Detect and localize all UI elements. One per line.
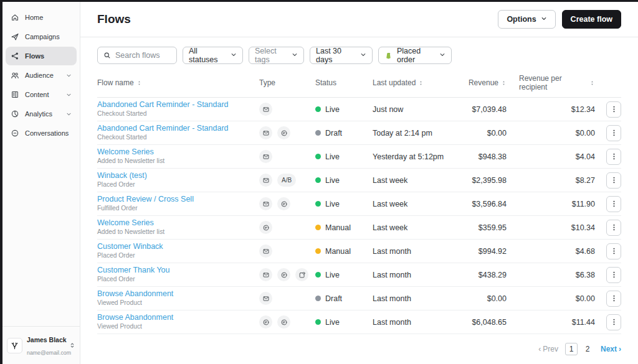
row-actions-button[interactable]: [606, 125, 621, 141]
chevron-right-icon: ›: [619, 345, 621, 353]
row-actions-cell: [595, 243, 621, 259]
last-updated: Last week: [373, 176, 460, 185]
email-icon: [259, 245, 272, 258]
sidebar-item-label: Conversations: [25, 129, 69, 137]
flow-name-link[interactable]: Customer Thank You: [97, 266, 170, 275]
user-email: name@email.com: [27, 350, 71, 356]
shopify-bag-icon: [384, 52, 393, 60]
sidebar-item-audience[interactable]: Audience: [6, 66, 77, 85]
flow-name-link[interactable]: Browse Abandonment: [97, 313, 173, 322]
page-number-1[interactable]: 1: [565, 343, 578, 355]
status-dot: [315, 201, 321, 207]
row-actions-cell: [595, 314, 621, 330]
ab-test-badge: A/B: [277, 174, 296, 187]
column-header-status: Status: [315, 78, 373, 87]
row-actions-button[interactable]: [606, 172, 621, 189]
page-number-2[interactable]: 2: [581, 343, 594, 355]
conversion-metric-dropdown[interactable]: Placed order: [378, 47, 452, 64]
flow-name-link[interactable]: Abandoned Cart Reminder - Standard: [97, 100, 229, 110]
flow-type-cell: [259, 150, 315, 163]
email-icon: [259, 268, 272, 281]
send-icon: [11, 32, 19, 41]
row-actions-button[interactable]: [606, 220, 621, 236]
flow-name-link[interactable]: Customer Winback: [97, 242, 163, 251]
revenue: $948.38: [460, 152, 519, 161]
date-range-dropdown[interactable]: Last 30 days: [310, 47, 373, 64]
main-area: Flows Options Create flow: [80, 2, 638, 364]
row-actions-cell: [595, 291, 621, 307]
email-icon: [259, 292, 272, 305]
options-button[interactable]: Options: [498, 10, 555, 29]
row-actions-button[interactable]: [606, 291, 621, 307]
last-updated: Today at 2:14 pm: [373, 129, 460, 138]
next-page-button[interactable]: Next ›: [601, 345, 621, 353]
sms-icon: [277, 197, 290, 210]
row-actions-cell: [595, 149, 621, 165]
column-label: Revenue per recipient: [519, 74, 587, 91]
pagination: ‹ Prev 1 2 Next ›: [97, 334, 621, 355]
chevron-updown-icon: [69, 340, 75, 351]
content-icon: [11, 90, 19, 99]
mobile-push-icon: [295, 268, 308, 281]
sidebar-item-home[interactable]: Home: [6, 8, 77, 27]
flow-name-link[interactable]: Abandoned Cart Reminder - Standard: [97, 124, 229, 133]
row-actions-button[interactable]: [606, 149, 621, 165]
row-actions-button[interactable]: [606, 101, 621, 118]
table-row: Customer Thank You Placed Order Live Las…: [97, 263, 621, 287]
column-header-last-updated[interactable]: Last updated: [373, 78, 460, 87]
create-flow-button[interactable]: Create flow: [562, 10, 621, 29]
row-actions-button[interactable]: [606, 314, 621, 330]
column-header-type: Type: [259, 78, 315, 87]
chevron-down-icon: [360, 51, 366, 60]
revenue-per-recipient: $6.38: [519, 271, 595, 279]
sidebar-item-flows[interactable]: Flows: [6, 47, 77, 65]
flow-name-link[interactable]: Product Review / Cross Sell: [97, 195, 194, 204]
status-filter-dropdown[interactable]: All statuses: [183, 47, 243, 64]
flow-name-link[interactable]: Browse Abandonment: [97, 289, 173, 299]
flow-name-cell: Abandoned Cart Reminder - Standard Check…: [97, 100, 259, 118]
table-row: Welcome Series Added to Newsletter list …: [97, 216, 621, 240]
flow-type-cell: [259, 245, 315, 258]
column-header-revenue-per-recipient[interactable]: Revenue per recipient: [519, 74, 595, 91]
sidebar-item-label: Flows: [25, 52, 44, 60]
date-range-value: Last 30 days: [316, 47, 356, 64]
account-switcher[interactable]: James Black name@email.com: [2, 326, 80, 364]
email-icon: [259, 174, 272, 187]
status-cell: Manual: [315, 223, 373, 232]
last-updated: Last month: [373, 318, 460, 327]
sidebar-item-content[interactable]: Content: [6, 85, 77, 104]
prev-page-button[interactable]: ‹ Prev: [538, 345, 558, 353]
table-row: Browse Abandonment Viewed Product Draft …: [97, 287, 621, 310]
conversion-metric-value: Placed order: [397, 47, 435, 64]
row-actions-button[interactable]: [606, 267, 621, 283]
revenue: $6,048.65: [460, 318, 519, 327]
status-label: Live: [325, 176, 340, 185]
status-dot: [315, 106, 321, 112]
sidebar-item-analytics[interactable]: Analytics: [6, 105, 77, 123]
status-label: Draft: [325, 129, 342, 138]
revenue-per-recipient: $0.00: [519, 294, 595, 303]
sidebar-item-label: Content: [25, 91, 49, 98]
search-flows-box: [97, 47, 177, 64]
tags-filter-dropdown[interactable]: Select tags: [249, 47, 304, 64]
flow-name-link[interactable]: Welcome Series: [97, 147, 154, 157]
flow-trigger: Viewed Product: [97, 323, 259, 330]
search-input[interactable]: [115, 51, 171, 60]
flow-name-link[interactable]: Winback (test): [97, 171, 147, 180]
row-actions-cell: [595, 196, 621, 212]
revenue-per-recipient: $4.04: [519, 152, 595, 161]
sms-icon: [259, 315, 272, 329]
column-label: Flow name: [97, 78, 134, 87]
flow-name-link[interactable]: Welcome Series: [97, 218, 154, 228]
status-label: Live: [325, 105, 340, 114]
sms-icon: [259, 221, 272, 234]
row-actions-button[interactable]: [606, 196, 621, 212]
flow-trigger: Fulfilled Order: [97, 205, 259, 212]
sidebar-item-campaigns[interactable]: Campaigns: [6, 27, 77, 46]
column-header-revenue[interactable]: Revenue: [460, 78, 519, 87]
status-dot: [315, 130, 321, 136]
column-header-flow-name[interactable]: Flow name: [97, 78, 259, 87]
row-actions-button[interactable]: [606, 243, 621, 259]
revenue-per-recipient: $4.68: [519, 247, 595, 256]
sidebar-item-conversations[interactable]: Conversations: [6, 124, 77, 142]
